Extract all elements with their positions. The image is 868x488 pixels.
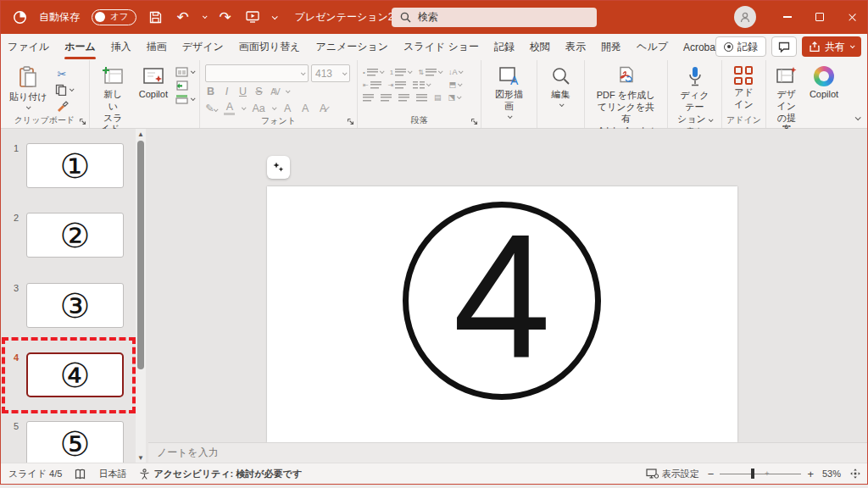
align-text-button[interactable]: ⬒	[448, 80, 461, 89]
minimize-button[interactable]	[771, 0, 804, 34]
slideshow-icon[interactable]	[245, 9, 260, 25]
section-button[interactable]	[175, 94, 194, 104]
paragraph-dialog-launcher-icon[interactable]	[470, 118, 478, 125]
slide-thumbnail-3[interactable]: 3 ③	[0, 283, 136, 330]
scroll-down-icon[interactable]: ▼	[136, 452, 146, 463]
designer-suggestion-button[interactable]	[267, 156, 290, 179]
increase-indent-button[interactable]: ⇥	[388, 81, 407, 89]
slide-thumbnail-1[interactable]: 1 ①	[0, 143, 136, 191]
slide-thumbnail-5[interactable]: 5 ⑤	[0, 421, 136, 469]
bullets-button[interactable]: •	[363, 69, 383, 76]
font-color-button[interactable]: A	[224, 101, 235, 115]
shrink-font-button[interactable]: A	[300, 103, 311, 114]
tab-developer[interactable]: 開発	[593, 34, 629, 60]
zoom-slider[interactable]: − + +	[708, 469, 814, 480]
slide-thumb-content[interactable]: ②	[26, 213, 124, 258]
strikethrough-button[interactable]: S	[253, 86, 264, 97]
language-button[interactable]: 日本語	[98, 468, 126, 480]
share-button[interactable]: 共有	[802, 36, 861, 57]
reset-button[interactable]	[175, 80, 194, 91]
italic-button[interactable]: I	[221, 86, 232, 97]
tab-slideshow[interactable]: スライド ショー	[396, 34, 487, 60]
text-direction-button[interactable]: ↓A	[448, 68, 463, 76]
numbering-button[interactable]: 1	[390, 69, 411, 76]
scroll-up-icon[interactable]: ▲	[136, 129, 146, 139]
tab-insert[interactable]: 挿入	[103, 34, 139, 60]
comments-button[interactable]	[771, 36, 797, 57]
autosave-toggle[interactable]: オフ	[92, 9, 136, 25]
scrollbar-thumb[interactable]	[137, 141, 144, 369]
change-case-button[interactable]: Aa	[252, 103, 264, 114]
add-remove-columns-button[interactable]: ▤	[434, 93, 442, 102]
shape-format-button[interactable]: A 図形描画	[487, 64, 531, 120]
copilot-button[interactable]: Copilot	[135, 64, 172, 103]
create-pdf-button[interactable]: PDF を作成してリンクを共有	[590, 64, 662, 126]
slide-number-text[interactable]: 4	[453, 208, 551, 384]
redo-icon[interactable]: ↷	[218, 9, 233, 25]
undo-chevron-icon[interactable]	[202, 14, 207, 19]
tab-design[interactable]: デザイン	[175, 34, 231, 60]
font-size-combo[interactable]: 413	[311, 64, 350, 82]
undo-icon[interactable]: ↶	[175, 9, 191, 25]
dictation-button[interactable]: ディクテーション	[673, 64, 716, 126]
align-right-button[interactable]	[398, 94, 409, 102]
accessibility-button[interactable]: アクセシビリティ: 検討が必要です	[139, 468, 302, 480]
slide-thumb-content[interactable]: ⑤	[26, 421, 124, 466]
character-spacing-button[interactable]: AV	[270, 87, 281, 97]
cut-icon[interactable]: ✂	[55, 67, 70, 80]
display-settings-button[interactable]: 表示設定	[646, 468, 699, 480]
slide-thumbnail-2[interactable]: 2 ②	[0, 213, 136, 260]
copilot-pane-button[interactable]: Copilot	[805, 64, 843, 103]
zoom-out-icon[interactable]: −	[708, 469, 715, 480]
grow-font-button[interactable]: A	[282, 103, 293, 114]
clipboard-dialog-launcher-icon[interactable]	[79, 118, 86, 125]
line-spacing-button[interactable]: ⇅	[418, 69, 442, 76]
highlight-button[interactable]: ✎	[205, 102, 217, 114]
tab-draw[interactable]: 描画	[139, 34, 175, 60]
tab-file[interactable]: ファイル	[0, 34, 57, 60]
slide-thumbnail-4-selected[interactable]: 4 ④	[0, 352, 136, 400]
underline-button[interactable]: U	[237, 86, 248, 97]
new-slide-button[interactable]: 新しいスライド	[95, 64, 131, 137]
clear-formatting-button[interactable]: A̷	[318, 103, 329, 114]
tab-view[interactable]: 表示	[558, 34, 593, 60]
tab-help[interactable]: ヘルプ	[629, 34, 676, 60]
format-painter-icon[interactable]	[55, 99, 70, 113]
zoom-level[interactable]: 53%	[822, 469, 841, 479]
columns-button[interactable]	[413, 81, 430, 89]
avatar[interactable]	[734, 6, 756, 28]
slide-thumb-content[interactable]: ④	[26, 352, 124, 397]
convert-smartart-button[interactable]: ⬔	[448, 93, 461, 102]
tab-home[interactable]: ホーム	[57, 34, 103, 60]
slide-thumb-content[interactable]: ①	[26, 143, 124, 188]
font-dialog-launcher-icon[interactable]	[347, 118, 354, 125]
addins-button[interactable]: アドイン	[730, 64, 758, 113]
notes-pane[interactable]: ノートを入力	[148, 442, 868, 463]
maximize-button[interactable]	[804, 0, 836, 34]
slide-thumb-content[interactable]: ③	[26, 283, 124, 328]
copy-button[interactable]	[55, 84, 73, 96]
justify-button[interactable]	[416, 94, 427, 102]
layout-button[interactable]	[175, 67, 194, 77]
save-icon[interactable]	[148, 9, 164, 25]
tab-record[interactable]: 記録	[487, 34, 522, 60]
tab-review[interactable]: 校閲	[522, 34, 558, 60]
zoom-track[interactable]: +	[720, 469, 801, 479]
tab-transitions[interactable]: 画面切り替え	[231, 34, 309, 60]
close-button[interactable]	[836, 0, 868, 34]
bold-button[interactable]: B	[205, 86, 216, 97]
circle-shape[interactable]: 4	[403, 202, 601, 400]
align-center-button[interactable]	[381, 94, 392, 102]
spellcheck-button[interactable]	[75, 469, 86, 480]
zoom-in-icon[interactable]: +	[807, 469, 814, 480]
thumbnail-scrollbar[interactable]: ▲ ▼	[136, 129, 146, 463]
decrease-indent-button[interactable]: ⇤	[363, 81, 381, 89]
tab-animations[interactable]: アニメーション	[308, 34, 396, 60]
editing-button[interactable]: 編集	[547, 64, 576, 108]
fit-to-window-button[interactable]	[849, 468, 861, 480]
paste-button[interactable]: 貼り付け	[5, 64, 52, 111]
quick-access-chevron-icon[interactable]	[271, 14, 277, 19]
record-button[interactable]: 記録	[715, 36, 766, 57]
zoom-thumb[interactable]	[751, 469, 754, 479]
font-name-combo[interactable]	[205, 64, 309, 82]
